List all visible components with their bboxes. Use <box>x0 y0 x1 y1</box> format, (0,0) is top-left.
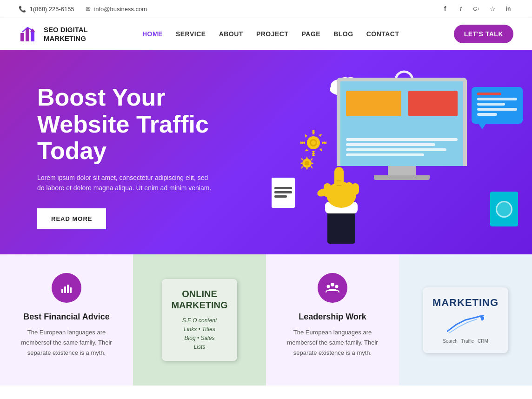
phone-info: 📞 1(868) 225-6155 <box>19 6 74 13</box>
read-more-button[interactable]: READ MORE <box>37 208 106 229</box>
svg-point-12 <box>311 140 316 145</box>
speech-bubble-icon <box>472 87 523 124</box>
googleplus-icon[interactable]: G+ <box>472 4 482 14</box>
hand-pointer-icon <box>313 160 369 254</box>
hero-title: Boost Your Website Traffic Today <box>37 84 260 164</box>
monitor-line-1 <box>346 138 458 141</box>
svg-marker-27 <box>301 158 303 161</box>
linkedin-icon[interactable]: in <box>503 4 513 14</box>
svg-rect-43 <box>67 285 69 293</box>
nav-page[interactable]: PAGE <box>302 30 321 38</box>
svg-marker-18 <box>319 148 322 152</box>
svg-marker-28 <box>311 166 313 169</box>
nav-project[interactable]: PROJECT <box>256 30 289 38</box>
svg-rect-0 <box>20 33 24 41</box>
bubble-line-2 <box>477 103 505 106</box>
svg-rect-42 <box>64 286 66 293</box>
navbar: SEO DIGITAL MARKETING HOME SERVICE ABOUT… <box>0 18 532 50</box>
svg-rect-1 <box>26 28 29 41</box>
monitor-stand <box>388 166 416 175</box>
svg-marker-20 <box>305 149 309 152</box>
logo-line1: SEO DIGITAL <box>44 25 88 34</box>
email-info: ✉ info@business.com <box>86 6 147 13</box>
passport-icon <box>490 192 518 226</box>
monitor-lines <box>346 138 458 159</box>
phone-icon: 📞 <box>19 6 26 13</box>
logo[interactable]: SEO DIGITAL MARKETING <box>19 24 88 44</box>
bubble-line-red <box>477 93 501 95</box>
card-leadership-title: Leadership Work <box>299 312 366 322</box>
leadership-icon <box>318 273 347 303</box>
svg-point-47 <box>335 285 339 288</box>
monitor-line-3 <box>346 148 446 151</box>
instagram-icon[interactable]: ☆ <box>487 4 498 14</box>
bubble-line-3 <box>477 108 517 111</box>
phone-number: 1(868) 225-6155 <box>30 6 74 13</box>
lets-talk-button[interactable]: LET'S TALK <box>454 25 513 43</box>
email-address: info@business.com <box>94 6 147 13</box>
card-financial: Best Financial Advice The European langu… <box>0 254 133 386</box>
financial-icon <box>52 273 81 303</box>
hero-section: Boost Your Website Traffic Today Lorem i… <box>0 50 532 254</box>
monitor-line-2 <box>346 143 435 146</box>
svg-marker-23 <box>306 156 308 159</box>
doc-line-3 <box>274 195 287 198</box>
passport-circle <box>496 201 512 218</box>
monitor-block-orange <box>346 91 401 116</box>
doc-line-2 <box>274 191 292 193</box>
social-links: f t G+ ☆ in <box>440 4 513 14</box>
card-online-marketing-image: ONLINEMARKETING S.E.O content Links • Ti… <box>133 254 266 386</box>
monitor-base <box>374 175 430 180</box>
svg-rect-44 <box>70 287 72 293</box>
email-icon: ✉ <box>86 6 91 13</box>
monitor-block-red <box>408 91 458 116</box>
nav-home[interactable]: HOME <box>142 30 163 38</box>
logo-icon <box>19 24 39 44</box>
nav-about[interactable]: ABOUT <box>219 30 243 38</box>
logo-text: SEO DIGITAL MARKETING <box>44 25 88 43</box>
monitor-line-4 <box>346 153 424 156</box>
card-financial-text: The European languages are membersof the… <box>14 327 119 358</box>
svg-marker-19 <box>319 134 322 137</box>
bubble-line-1 <box>477 98 517 100</box>
card-leadership: Leadership Work The European languages a… <box>266 254 399 386</box>
svg-rect-41 <box>61 289 63 293</box>
facebook-icon[interactable]: f <box>440 4 450 14</box>
nav-service[interactable]: SERVICE <box>176 30 206 38</box>
card-financial-title: Best Financial Advice <box>23 312 109 322</box>
logo-line2: MARKETING <box>44 34 88 43</box>
topbar: 📞 1(868) 225-6155 ✉ info@business.com f … <box>0 0 532 18</box>
svg-point-46 <box>327 285 330 288</box>
monitor-screen <box>337 78 467 166</box>
svg-marker-17 <box>305 134 308 138</box>
bubble-tail <box>479 124 486 129</box>
svg-marker-24 <box>306 168 308 170</box>
svg-rect-2 <box>31 31 34 41</box>
card-leadership-text: The European languages are membersof the… <box>280 327 385 358</box>
svg-marker-29 <box>311 158 313 161</box>
document-icon <box>272 178 295 208</box>
svg-point-22 <box>305 161 309 166</box>
svg-rect-37 <box>345 182 353 195</box>
nav-links: HOME SERVICE ABOUT PROJECT PAGE BLOG CON… <box>142 30 399 38</box>
card-marketing-laptop-image: MARKETING SearchTrafficCRM <box>399 254 532 386</box>
bubble-line-4 <box>477 113 497 116</box>
nav-blog[interactable]: BLOG <box>333 30 353 38</box>
hero-content: Boost Your Website Traffic Today Lorem i… <box>37 84 260 229</box>
nav-contact[interactable]: CONTACT <box>366 30 399 38</box>
svg-marker-25 <box>300 162 302 164</box>
hero-description: Lorem ipsum dolor sit amet, consectetur … <box>37 173 214 193</box>
topbar-contact: 📞 1(868) 225-6155 ✉ info@business.com <box>19 6 147 13</box>
doc-line-1 <box>274 187 292 189</box>
svg-point-45 <box>331 283 334 286</box>
svg-marker-30 <box>301 166 303 169</box>
cards-section: Best Financial Advice The European langu… <box>0 254 532 386</box>
twitter-icon[interactable]: t <box>456 4 466 14</box>
